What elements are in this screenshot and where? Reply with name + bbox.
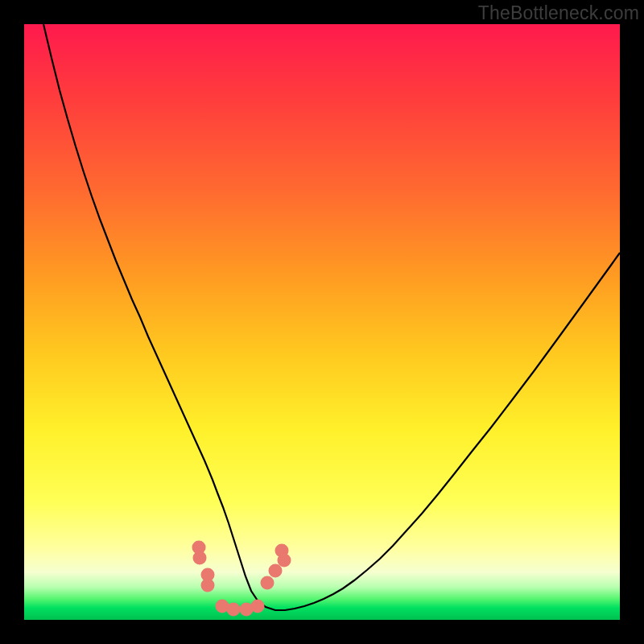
curve-marker bbox=[269, 564, 283, 578]
chart-svg bbox=[24, 24, 620, 620]
curve-markers bbox=[192, 541, 291, 617]
curve-marker bbox=[251, 600, 265, 613]
curve-marker bbox=[261, 576, 275, 590]
curve-marker bbox=[201, 579, 215, 592]
bottleneck-curve bbox=[43, 24, 620, 610]
curve-marker bbox=[278, 554, 291, 568]
curve-marker bbox=[193, 551, 207, 565]
chart-frame: TheBottleneck.com bbox=[0, 0, 644, 644]
curve-marker bbox=[227, 603, 241, 617]
watermark-text: TheBottleneck.com bbox=[478, 2, 639, 24]
chart-plot-area bbox=[24, 24, 620, 620]
